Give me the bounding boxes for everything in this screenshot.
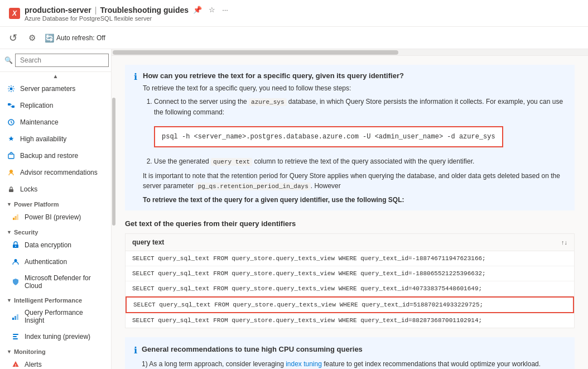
settings-button[interactable]: ⚙ [26,32,38,44]
sidebar-section-monitoring[interactable]: ▼ Monitoring [0,345,111,356]
sidebar-item-authentication[interactable]: Authentication [0,253,111,270]
command-code-box: psql -h <server_name>.postgres.database.… [154,126,503,147]
info-step-2: Use the generated query text column to r… [154,156,566,167]
rec-title: General recommendations to tune high CPU… [142,345,566,353]
star-button[interactable]: ☆ [206,4,218,15]
svg-rect-7 [15,216,17,220]
svg-point-19 [15,366,16,366]
sidebar-label-defender: Microsoft Defender for Cloud [25,274,104,290]
sidebar-item-power-bi[interactable]: Power BI (preview) [0,209,111,226]
sidebar-label-advisor: Advisor recommendations [20,169,98,176]
sidebar-item-maintenance[interactable]: Maintenance [0,114,111,131]
table-row[interactable]: SELECT query_sql_text FROM query_store.q… [126,281,574,296]
svg-point-11 [15,259,17,262]
defender-icon [11,277,20,286]
section-label-intelligent: Intelligent Performance [14,297,82,304]
section-label-monitoring: Monitoring [14,348,46,355]
inline-code-query-text: query text [211,158,252,166]
svg-point-10 [15,246,16,247]
backup-icon [7,151,16,160]
table-row-highlighted[interactable]: SELECT query_sql_text FROM query_store.q… [126,296,574,313]
advisor-icon [7,168,16,177]
ha-icon [7,135,16,143]
sidebar-section-intelligent[interactable]: ▼ Intelligent Performance [0,294,111,305]
horizontal-scrollbar[interactable] [112,49,588,56]
sidebar-section-security[interactable]: ▼ Security [0,226,111,237]
maintenance-icon [7,118,16,127]
rec-item-1: 1) As a long term approach, consider lev… [142,359,566,370]
sidebar-label-query-performance: Query Performance Insight [25,309,104,324]
table-row[interactable]: SELECT query_sql_text FROM query_store.q… [126,251,574,266]
svg-rect-2 [12,106,15,108]
sidebar-item-data-encryption[interactable]: Data encryption [0,237,111,253]
rec-info-icon: ℹ [134,345,137,370]
svg-rect-16 [13,336,17,337]
sidebar-item-query-performance[interactable]: Query Performance Insight [0,305,111,328]
sidebar-scroll-thumb[interactable] [112,98,115,226]
sidebar-item-defender[interactable]: Microsoft Defender for Cloud [0,270,111,294]
sidebar-item-alerts[interactable]: Alerts [0,356,111,369]
info-box-steps: Connect to the server using the azure_sy… [143,97,566,166]
sidebar-label-alerts: Alerts [25,361,42,368]
inline-code-azure-sys: azure_sys [249,98,286,106]
section-label-power-platform: Power Platform [14,201,59,208]
sidebar: 🔍 ✕ ‹‹ ▲ Server parameters Replication M… [0,49,112,369]
svg-rect-17 [13,338,18,339]
sidebar-item-index-tuning[interactable]: Index tuning (preview) [0,328,111,345]
query-icon [11,312,20,321]
more-button[interactable]: ··· [220,4,230,15]
table-header: query text ↑↓ [126,234,574,251]
svg-rect-5 [9,189,13,192]
svg-rect-12 [12,318,14,320]
page-title: Troubleshooting guides [100,6,189,15]
svg-rect-8 [17,214,18,220]
chevron-down-icon-intelligent: ▼ [7,298,12,303]
search-input[interactable] [15,54,109,67]
table-row[interactable]: SELECT query_sql_text FROM query_store.q… [126,266,574,281]
table-row[interactable]: SELECT query_sql_text FROM query_store.q… [126,313,574,328]
sidebar-item-advisor[interactable]: Advisor recommendations [0,164,111,181]
svg-point-0 [10,88,13,90]
search-box: 🔍 ✕ ‹‹ [0,49,111,72]
svg-rect-3 [8,154,14,159]
auth-icon [11,257,20,266]
sidebar-label-index-tuning: Index tuning (preview) [25,333,90,341]
sort-icon[interactable]: ↑↓ [561,239,567,246]
svg-rect-6 [13,218,15,220]
svg-rect-18 [16,364,16,366]
settings-icon: ⚙ [28,33,36,43]
sidebar-item-server-params[interactable]: Server parameters [0,80,111,97]
info-step-1: Connect to the server using the azure_sy… [154,97,566,152]
scrollbar-thumb[interactable] [113,50,398,55]
table-section-title: Get text of the queries from their query… [125,219,575,228]
sidebar-label-maintenance: Maintenance [20,118,59,126]
sidebar-label-authentication: Authentication [25,258,67,266]
sidebar-item-backup[interactable]: Backup and restore [0,147,111,164]
section-label-security: Security [14,229,38,236]
svg-rect-1 [8,103,11,106]
refresh-button[interactable]: ↺ [7,31,20,45]
chevron-down-icon-security: ▼ [7,229,12,235]
recommendations-box: ℹ General recommendations to tune high C… [125,337,575,370]
sidebar-item-replication[interactable]: Replication [0,97,111,114]
sidebar-item-locks[interactable]: Locks [0,181,111,198]
sidebar-wrapper: 🔍 ✕ ‹‹ ▲ Server parameters Replication M… [0,49,112,369]
inline-code-retention: pg_qs.retention_period_in_days [196,183,311,190]
svg-rect-13 [15,316,16,320]
chevron-down-icon-monitoring: ▼ [7,349,12,354]
auto-refresh-status: 🔄 Auto refresh: Off [45,33,105,42]
search-clear-button[interactable]: ✕ [111,57,112,64]
query-table: query text ↑↓ SELECT query_sql_text FROM… [125,233,575,328]
sql-label: To retrieve the text of the query for a … [143,196,566,204]
rec-link-index-tuning[interactable]: index tuning [286,360,322,368]
scroll-up-indicator: ▲ [0,72,111,80]
sidebar-item-high-availability[interactable]: High availability [0,131,111,147]
column-header-query-text: query text [132,238,164,246]
svg-point-4 [9,170,13,173]
sidebar-label-power-bi: Power BI (preview) [25,213,81,221]
index-icon [11,332,20,341]
lock-icon [7,185,16,194]
pin-button[interactable]: 📌 [191,4,204,15]
info-box-note: It is important to note that the retenti… [143,171,566,191]
sidebar-section-power-platform[interactable]: ▼ Power Platform [0,198,111,209]
